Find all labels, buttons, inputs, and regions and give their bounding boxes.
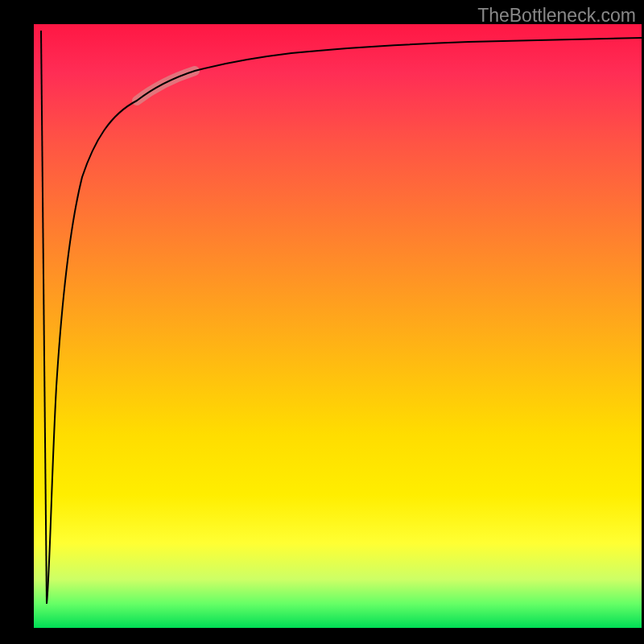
bottleneck-curve [47, 38, 642, 604]
watermark-text: TheBottleneck.com [477, 5, 636, 27]
curve-initial-drop [41, 31, 47, 604]
curve-highlight-marker [137, 71, 195, 101]
chart-plot-area [34, 24, 642, 628]
chart-svg [34, 24, 642, 628]
